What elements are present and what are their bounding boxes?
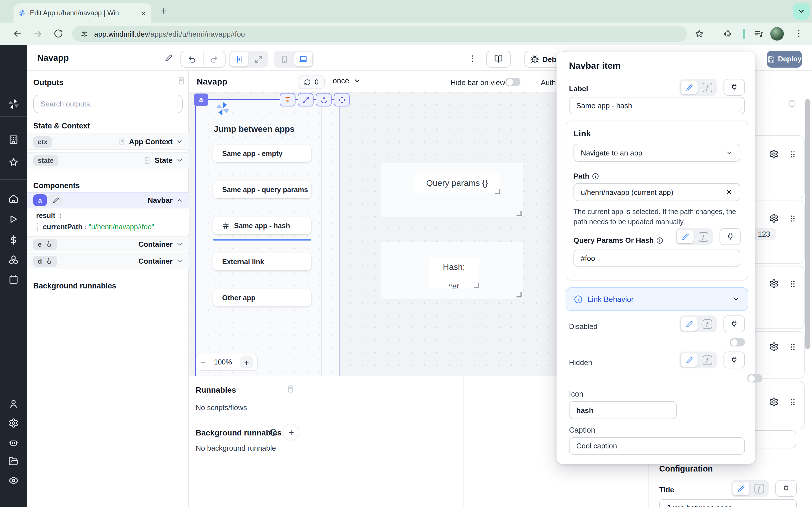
link-behavior-box[interactable]: Link Behavior	[566, 287, 748, 311]
static-mode-button[interactable]	[680, 317, 698, 331]
static-mode-button[interactable]	[680, 353, 698, 367]
new-tab-button[interactable]	[159, 7, 167, 15]
full-width-button[interactable]	[249, 52, 267, 66]
sidebar-item-favorites[interactable]	[8, 157, 18, 167]
fn-mode-button[interactable]: ƒ	[751, 482, 767, 495]
hash-text-box[interactable]: Hash: "#f	[429, 258, 479, 288]
outputs-panel-toggle[interactable]	[177, 76, 186, 85]
chevron-down-icon[interactable]	[176, 157, 183, 164]
zoom-in-button[interactable]: +	[240, 356, 253, 369]
grip-icon[interactable]	[788, 279, 797, 288]
chevron-down-icon[interactable]	[176, 258, 183, 265]
hide-bar-toggle[interactable]	[505, 78, 520, 86]
fn-mode-button[interactable]: ƒ	[695, 230, 712, 243]
browser-tab[interactable]: Edit App u/henri/navapp | Win	[13, 3, 151, 22]
nav-item-other-app[interactable]: Other app	[213, 289, 311, 306]
sidebar-item-schedules[interactable]	[8, 274, 18, 284]
extensions-button[interactable]	[723, 29, 732, 38]
navbar-component-frame[interactable]	[195, 99, 340, 376]
chevron-down-icon[interactable]	[176, 138, 183, 145]
schedule-dropdown[interactable]: once	[333, 76, 361, 85]
component-row-navbar[interactable]: a Navbar	[27, 192, 189, 209]
rename-component-button[interactable]	[49, 194, 63, 206]
static-mode-button[interactable]	[680, 80, 698, 94]
hidden-connect-button[interactable]	[723, 351, 745, 369]
output-row-state[interactable]: state State	[27, 152, 189, 168]
grip-icon[interactable]	[788, 398, 797, 407]
nav-item-same-app-hash[interactable]: Same app - hash	[213, 217, 311, 234]
sidebar-item-resources[interactable]	[8, 255, 18, 265]
sidebar-windmill-logo[interactable]	[7, 98, 20, 110]
resize-handle[interactable]	[495, 189, 500, 194]
mobile-view-button[interactable]	[275, 52, 293, 66]
sidebar-item-settings[interactable]	[8, 418, 18, 428]
background-runnables-info[interactable]	[269, 429, 277, 436]
sidebar-item-folders[interactable]	[8, 456, 18, 466]
component-move-button[interactable]	[334, 93, 350, 107]
sidebar-item-workspace[interactable]	[8, 135, 18, 145]
gear-icon[interactable]	[769, 279, 779, 288]
back-button[interactable]	[12, 29, 22, 39]
static-mode-button[interactable]	[677, 230, 694, 243]
link-type-select[interactable]: Navigate to an app	[573, 144, 741, 162]
query-params-container[interactable]: Query params {}	[381, 163, 523, 217]
resize-handle[interactable]	[516, 292, 522, 297]
label-input[interactable]: Same app - hash	[569, 97, 745, 114]
resize-handle[interactable]	[516, 211, 522, 216]
caption-input[interactable]: Cool caption	[569, 437, 745, 455]
component-fullscreen-button[interactable]	[298, 93, 313, 107]
gear-icon[interactable]	[769, 397, 779, 407]
nav-item-query-params[interactable]: Same app - query params	[213, 181, 311, 198]
panel-doc-icon-button[interactable]	[788, 99, 796, 108]
avatar[interactable]	[770, 27, 784, 41]
edit-title-button[interactable]	[165, 54, 172, 62]
browser-menu-button[interactable]	[794, 29, 804, 38]
query-connect-button[interactable]	[719, 228, 741, 245]
redo-button[interactable]	[203, 51, 225, 67]
component-row-container-d[interactable]: d Container	[27, 253, 189, 269]
scrollbar-thumb[interactable]	[805, 99, 810, 349]
reload-button[interactable]	[54, 29, 63, 38]
add-background-runnable-button[interactable]	[283, 424, 299, 441]
deploy-button[interactable]: Deploy	[767, 51, 802, 68]
sidebar-item-users[interactable]	[8, 399, 18, 409]
fn-mode-button[interactable]: ƒ	[699, 80, 716, 94]
fn-mode-button[interactable]: ƒ	[699, 353, 716, 367]
tab-close-icon[interactable]	[140, 10, 147, 16]
bookmark-button[interactable]	[695, 29, 704, 38]
nav-item-external-link[interactable]: External link	[213, 253, 311, 270]
static-mode-button[interactable]	[732, 482, 749, 495]
gear-icon[interactable]	[769, 149, 779, 159]
search-outputs-input[interactable]	[33, 95, 183, 113]
docs-button[interactable]	[486, 51, 511, 68]
sidebar-item-home[interactable]	[8, 194, 18, 204]
gear-icon[interactable]	[769, 214, 779, 223]
grip-icon[interactable]	[788, 342, 797, 351]
resize-handle[interactable]	[474, 283, 479, 288]
sidebar-item-workers[interactable]	[8, 437, 18, 447]
site-info-icon[interactable]	[80, 30, 89, 38]
grip-icon[interactable]	[788, 214, 797, 223]
zoom-out-button[interactable]: −	[201, 357, 206, 367]
clear-x-icon[interactable]	[725, 188, 733, 196]
center-layout-button[interactable]	[230, 52, 248, 66]
path-input[interactable]: u/henri/navapp (current app)	[573, 183, 741, 201]
query-params-text-box[interactable]: Query params {}	[414, 173, 500, 193]
query-params-input[interactable]: #foo	[573, 249, 741, 267]
component-row-container-e[interactable]: e Container	[27, 236, 189, 252]
chevron-up-icon[interactable]	[176, 196, 183, 204]
title-connect-button[interactable]	[775, 480, 797, 497]
label-connect-button[interactable]	[723, 79, 745, 96]
component-selection-badge[interactable]: a	[194, 94, 208, 106]
url-bar[interactable]: app.windmill.dev/apps/edit/u/henri/navap…	[72, 26, 687, 42]
component-expand-down-button[interactable]	[280, 93, 296, 107]
nav-item-same-app-empty[interactable]: Same app - empty	[213, 145, 311, 162]
component-anchor-button[interactable]	[316, 93, 332, 107]
sidebar-item-runs[interactable]	[8, 214, 18, 224]
hash-container[interactable]: Hash: "#f	[381, 242, 523, 298]
hidden-toggle[interactable]	[747, 374, 762, 383]
sidebar-item-audit[interactable]	[8, 475, 18, 486]
sidebar-item-variables[interactable]	[8, 235, 18, 245]
icon-input[interactable]: hash	[569, 401, 677, 419]
gear-icon[interactable]	[769, 342, 779, 351]
